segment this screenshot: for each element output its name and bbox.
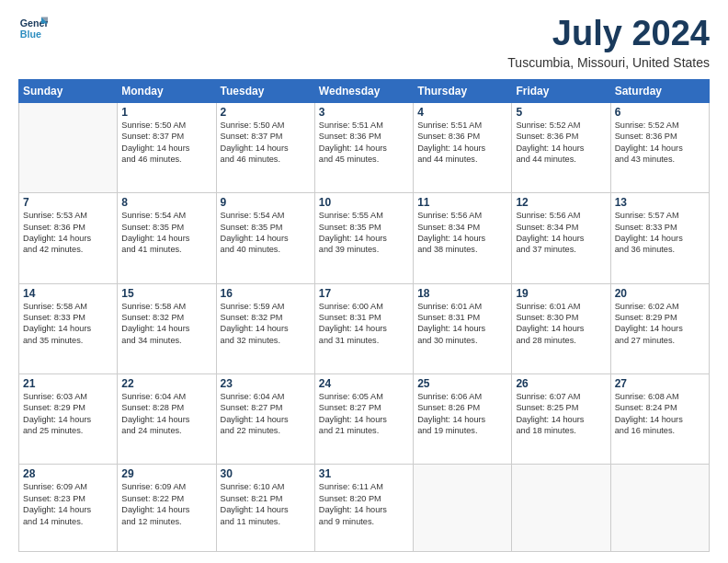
calendar-week-2: 7Sunrise: 5:53 AM Sunset: 8:36 PM Daylig…: [19, 193, 710, 283]
table-row: [512, 465, 610, 552]
day-info: Sunrise: 5:59 AM Sunset: 8:32 PM Dayligh…: [221, 301, 311, 347]
day-number: 19: [516, 287, 606, 300]
day-info: Sunrise: 6:09 AM Sunset: 8:23 PM Dayligh…: [23, 481, 113, 527]
table-row: 18Sunrise: 6:01 AM Sunset: 8:31 PM Dayli…: [414, 283, 512, 373]
col-friday: Friday: [512, 79, 610, 102]
table-row: 25Sunrise: 6:06 AM Sunset: 8:26 PM Dayli…: [414, 373, 512, 464]
day-info: Sunrise: 5:53 AM Sunset: 8:36 PM Dayligh…: [23, 210, 113, 256]
day-number: 23: [221, 377, 311, 390]
day-info: Sunrise: 6:02 AM Sunset: 8:29 PM Dayligh…: [615, 301, 705, 347]
day-number: 7: [23, 196, 113, 209]
day-number: 9: [221, 196, 311, 209]
logo: General Blue: [18, 15, 48, 40]
calendar-week-5: 28Sunrise: 6:09 AM Sunset: 8:23 PM Dayli…: [19, 465, 710, 552]
col-saturday: Saturday: [610, 79, 709, 102]
day-number: 10: [319, 196, 409, 209]
day-number: 22: [121, 377, 211, 390]
table-row: 13Sunrise: 5:57 AM Sunset: 8:33 PM Dayli…: [610, 193, 709, 283]
table-row: 30Sunrise: 6:10 AM Sunset: 8:21 PM Dayli…: [216, 465, 314, 552]
table-row: 4Sunrise: 5:51 AM Sunset: 8:36 PM Daylig…: [414, 102, 512, 192]
table-row: 23Sunrise: 6:04 AM Sunset: 8:27 PM Dayli…: [216, 373, 314, 464]
table-row: 12Sunrise: 5:56 AM Sunset: 8:34 PM Dayli…: [512, 193, 610, 283]
day-number: 20: [615, 287, 705, 300]
day-info: Sunrise: 5:58 AM Sunset: 8:33 PM Dayligh…: [23, 301, 113, 347]
day-number: 26: [516, 377, 606, 390]
day-info: Sunrise: 5:50 AM Sunset: 8:37 PM Dayligh…: [221, 120, 311, 166]
day-info: Sunrise: 5:51 AM Sunset: 8:36 PM Dayligh…: [319, 120, 409, 166]
day-number: 3: [319, 106, 409, 119]
table-row: 2Sunrise: 5:50 AM Sunset: 8:37 PM Daylig…: [216, 102, 314, 192]
day-info: Sunrise: 5:54 AM Sunset: 8:35 PM Dayligh…: [121, 210, 211, 256]
table-row: 9Sunrise: 5:54 AM Sunset: 8:35 PM Daylig…: [216, 193, 314, 283]
day-number: 8: [121, 196, 211, 209]
day-number: 15: [121, 287, 211, 300]
day-info: Sunrise: 6:09 AM Sunset: 8:22 PM Dayligh…: [121, 481, 211, 527]
day-info: Sunrise: 5:57 AM Sunset: 8:33 PM Dayligh…: [615, 210, 705, 256]
day-info: Sunrise: 5:52 AM Sunset: 8:36 PM Dayligh…: [615, 120, 705, 166]
table-row: 6Sunrise: 5:52 AM Sunset: 8:36 PM Daylig…: [610, 102, 709, 192]
table-row: 1Sunrise: 5:50 AM Sunset: 8:37 PM Daylig…: [118, 102, 216, 192]
day-info: Sunrise: 5:55 AM Sunset: 8:35 PM Dayligh…: [319, 210, 409, 256]
table-row: 7Sunrise: 5:53 AM Sunset: 8:36 PM Daylig…: [19, 193, 118, 283]
table-row: 31Sunrise: 6:11 AM Sunset: 8:20 PM Dayli…: [314, 465, 413, 552]
day-info: Sunrise: 5:54 AM Sunset: 8:35 PM Dayligh…: [221, 210, 311, 256]
table-row: 10Sunrise: 5:55 AM Sunset: 8:35 PM Dayli…: [314, 193, 413, 283]
day-number: 17: [319, 287, 409, 300]
day-info: Sunrise: 5:56 AM Sunset: 8:34 PM Dayligh…: [417, 210, 507, 256]
day-number: 6: [615, 106, 705, 119]
day-number: 11: [417, 196, 507, 209]
table-row: 20Sunrise: 6:02 AM Sunset: 8:29 PM Dayli…: [610, 283, 709, 373]
subtitle: Tuscumbia, Missouri, United States: [507, 55, 710, 70]
col-thursday: Thursday: [414, 79, 512, 102]
col-sunday: Sunday: [19, 79, 118, 102]
day-info: Sunrise: 5:50 AM Sunset: 8:37 PM Dayligh…: [121, 120, 211, 166]
col-monday: Monday: [118, 79, 216, 102]
day-number: 21: [23, 377, 113, 390]
table-row: 27Sunrise: 6:08 AM Sunset: 8:24 PM Dayli…: [610, 373, 709, 464]
table-row: [414, 465, 512, 552]
day-info: Sunrise: 6:05 AM Sunset: 8:27 PM Dayligh…: [319, 391, 409, 437]
table-row: 26Sunrise: 6:07 AM Sunset: 8:25 PM Dayli…: [512, 373, 610, 464]
table-row: 17Sunrise: 6:00 AM Sunset: 8:31 PM Dayli…: [314, 283, 413, 373]
table-row: 16Sunrise: 5:59 AM Sunset: 8:32 PM Dayli…: [216, 283, 314, 373]
day-number: 5: [516, 106, 606, 119]
day-info: Sunrise: 5:51 AM Sunset: 8:36 PM Dayligh…: [417, 120, 507, 166]
day-info: Sunrise: 5:56 AM Sunset: 8:34 PM Dayligh…: [516, 210, 606, 256]
day-info: Sunrise: 6:11 AM Sunset: 8:20 PM Dayligh…: [319, 481, 409, 527]
calendar-header-row: Sunday Monday Tuesday Wednesday Thursday…: [19, 79, 710, 102]
day-number: 18: [417, 287, 507, 300]
day-info: Sunrise: 6:01 AM Sunset: 8:30 PM Dayligh…: [516, 301, 606, 347]
table-row: 21Sunrise: 6:03 AM Sunset: 8:29 PM Dayli…: [19, 373, 118, 464]
day-number: 24: [319, 377, 409, 390]
title-block: July 2024 Tuscumbia, Missouri, United St…: [507, 15, 710, 70]
table-row: 28Sunrise: 6:09 AM Sunset: 8:23 PM Dayli…: [19, 465, 118, 552]
day-info: Sunrise: 6:04 AM Sunset: 8:28 PM Dayligh…: [121, 391, 211, 437]
col-wednesday: Wednesday: [314, 79, 413, 102]
calendar: Sunday Monday Tuesday Wednesday Thursday…: [18, 79, 710, 552]
table-row: [19, 102, 118, 192]
table-row: 19Sunrise: 6:01 AM Sunset: 8:30 PM Dayli…: [512, 283, 610, 373]
logo-icon: General Blue: [18, 15, 48, 40]
table-row: 24Sunrise: 6:05 AM Sunset: 8:27 PM Dayli…: [314, 373, 413, 464]
day-number: 4: [417, 106, 507, 119]
day-number: 28: [23, 467, 113, 480]
day-info: Sunrise: 6:06 AM Sunset: 8:26 PM Dayligh…: [417, 391, 507, 437]
table-row: 22Sunrise: 6:04 AM Sunset: 8:28 PM Dayli…: [118, 373, 216, 464]
day-number: 12: [516, 196, 606, 209]
day-info: Sunrise: 6:00 AM Sunset: 8:31 PM Dayligh…: [319, 301, 409, 347]
col-tuesday: Tuesday: [216, 79, 314, 102]
day-info: Sunrise: 6:08 AM Sunset: 8:24 PM Dayligh…: [615, 391, 705, 437]
table-row: [610, 465, 709, 552]
calendar-week-3: 14Sunrise: 5:58 AM Sunset: 8:33 PM Dayli…: [19, 283, 710, 373]
table-row: 14Sunrise: 5:58 AM Sunset: 8:33 PM Dayli…: [19, 283, 118, 373]
table-row: 5Sunrise: 5:52 AM Sunset: 8:36 PM Daylig…: [512, 102, 610, 192]
day-info: Sunrise: 6:10 AM Sunset: 8:21 PM Dayligh…: [221, 481, 311, 527]
table-row: 8Sunrise: 5:54 AM Sunset: 8:35 PM Daylig…: [118, 193, 216, 283]
main-title: July 2024: [507, 15, 710, 53]
day-number: 29: [121, 467, 211, 480]
day-number: 31: [319, 467, 409, 480]
table-row: 11Sunrise: 5:56 AM Sunset: 8:34 PM Dayli…: [414, 193, 512, 283]
day-number: 1: [121, 106, 211, 119]
calendar-week-4: 21Sunrise: 6:03 AM Sunset: 8:29 PM Dayli…: [19, 373, 710, 464]
svg-text:Blue: Blue: [20, 29, 41, 40]
